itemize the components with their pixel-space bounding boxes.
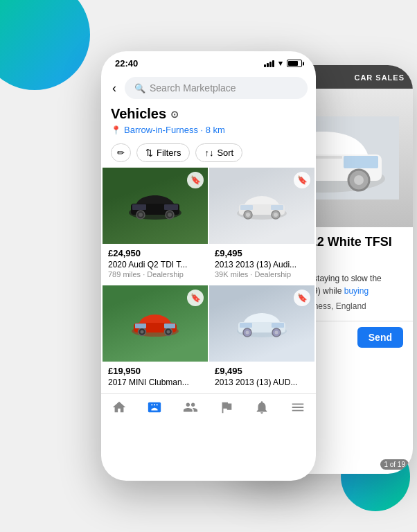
listing-item[interactable]: 🔖 £19,950 2017 MINI Clubman... <box>103 285 208 393</box>
title-area: Vehicles ⊙ 📍 Barrow-in-Furness · 8 km <box>101 103 316 139</box>
sort-icon: ↑↓ <box>204 148 213 158</box>
listing-info-1: £24,950 2020 Audi Q2 TDI T... 789 miles … <box>103 244 208 284</box>
bookmark-button-1[interactable]: 🔖 <box>187 172 204 188</box>
status-icons: ▾ <box>264 59 302 68</box>
search-placeholder: Search Marketplace <box>150 82 236 94</box>
listing-price-3: £19,950 <box>108 366 202 376</box>
svg-point-28 <box>246 331 249 335</box>
page-title-text: Vehicles <box>111 106 166 122</box>
listing-price-4: £9,495 <box>215 366 309 376</box>
page-title: Vehicles ⊙ <box>111 106 306 122</box>
listing-title-2: 2013 2013 (13) Audi... <box>215 260 309 269</box>
svg-rect-31 <box>272 323 284 328</box>
bookmark-button-2[interactable]: 🔖 <box>294 172 310 188</box>
filters-icon: ⇅ <box>145 148 153 158</box>
time-display: 22:40 <box>115 58 138 69</box>
svg-rect-15 <box>271 205 283 210</box>
detail-link[interactable]: buying <box>344 286 369 296</box>
listing-info-3: £19,950 2017 MINI Clubman... <box>103 362 208 393</box>
nav-notifications[interactable] <box>254 400 269 415</box>
nav-flag[interactable] <box>219 400 234 415</box>
location-icon: 📍 <box>111 125 121 135</box>
dropdown-icon[interactable]: ⊙ <box>170 109 179 120</box>
listing-info-2: £9,495 2013 2013 (13) Audi... 39K miles … <box>209 244 314 284</box>
search-box[interactable]: 🔍 Search Marketplace <box>125 77 308 99</box>
bottom-nav <box>101 393 316 423</box>
nav-people[interactable] <box>183 400 198 415</box>
listing-title-1: 2020 Audi Q2 TDI T... <box>108 260 202 269</box>
send-button[interactable]: Send <box>357 327 403 348</box>
svg-point-29 <box>275 331 278 335</box>
car-sales-text: CAR SALES <box>354 73 405 82</box>
filters-button[interactable]: ⇅ Filters <box>136 143 190 162</box>
nav-menu[interactable] <box>290 400 305 415</box>
sort-button[interactable]: ↑↓ Sort <box>195 143 242 162</box>
signal-icon <box>264 60 274 67</box>
edit-button[interactable]: ✏ <box>111 143 131 162</box>
listing-sub-2: 39K miles · Dealership <box>215 270 309 278</box>
status-bar: 22:40 ▾ <box>101 51 316 73</box>
listing-item[interactable]: 🔖 £24,950 2020 Audi Q2 TDI T... 789 mile… <box>103 168 208 284</box>
front-phone: 22:40 ▾ ‹ 🔍 Search Marketplace <box>101 51 316 481</box>
listing-price-2: £9,495 <box>215 248 309 258</box>
listing-title-3: 2017 MINI Clubman... <box>108 378 202 387</box>
svg-point-20 <box>141 330 144 334</box>
battery-icon <box>287 60 302 67</box>
svg-rect-6 <box>132 204 146 210</box>
location-text[interactable]: Barrow-in-Furness · 8 km <box>124 125 225 135</box>
svg-rect-30 <box>240 323 252 328</box>
wifi-icon: ▾ <box>278 59 283 68</box>
svg-rect-23 <box>164 323 175 328</box>
listings-grid: 🔖 £24,950 2020 Audi Q2 TDI T... 789 mile… <box>101 168 316 393</box>
listing-info-4: £9,495 2013 2013 (13) AUD... <box>209 362 314 393</box>
listing-item[interactable]: 🔖 £9,495 2013 2013 (13) Audi... 39K mile… <box>209 168 314 284</box>
search-area: ‹ 🔍 Search Marketplace <box>101 73 316 103</box>
filter-row: ✏ ⇅ Filters ↑↓ Sort <box>101 139 316 168</box>
listing-price-1: £24,950 <box>108 248 202 258</box>
search-icon: 🔍 <box>134 83 145 94</box>
sort-label: Sort <box>217 148 233 158</box>
svg-point-5 <box>168 213 172 217</box>
svg-rect-14 <box>240 205 253 210</box>
edit-icon: ✏ <box>117 148 125 158</box>
svg-point-13 <box>274 213 278 217</box>
bg-circle-top <box>0 0 90 90</box>
svg-rect-40 <box>344 156 378 168</box>
svg-rect-22 <box>135 323 146 328</box>
location-row: 📍 Barrow-in-Furness · 8 km <box>111 125 306 135</box>
svg-point-12 <box>246 213 250 217</box>
bookmark-button-4[interactable]: 🔖 <box>294 290 310 306</box>
svg-point-21 <box>167 330 170 334</box>
filters-label: Filters <box>157 148 181 158</box>
svg-rect-7 <box>164 204 178 210</box>
nav-marketplace[interactable] <box>147 400 162 415</box>
svg-point-4 <box>139 213 143 217</box>
back-button[interactable]: ‹ <box>109 80 119 97</box>
svg-point-38 <box>354 175 364 185</box>
phone-wrapper: 22:40 ▾ ‹ 🔍 Search Marketplace <box>101 51 316 481</box>
bookmark-button-3[interactable]: 🔖 <box>187 290 204 306</box>
nav-home[interactable] <box>112 400 127 415</box>
listing-sub-1: 789 miles · Dealership <box>108 270 202 278</box>
listing-item[interactable]: 🔖 £9,495 2013 2013 (13) AUD... <box>209 285 314 393</box>
listing-title-4: 2013 2013 (13) AUD... <box>215 378 309 387</box>
